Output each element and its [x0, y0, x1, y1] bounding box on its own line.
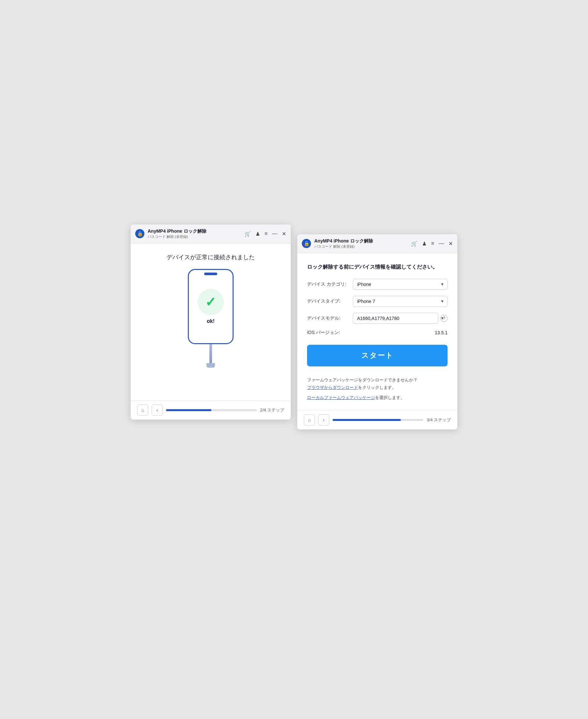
back-button-1[interactable]: ‹	[152, 405, 163, 416]
phone-illustration: ✓ ok!	[141, 269, 281, 368]
person-icon-2[interactable]: ♟	[422, 241, 427, 247]
lock-icon-1: 🔒	[135, 229, 144, 238]
home-button-1[interactable]: ⌂	[137, 405, 148, 416]
menu-icon-2[interactable]: ≡	[431, 241, 434, 246]
local-firmware-link[interactable]: ローカルファームウェアパッケージ	[307, 395, 375, 400]
close-icon-1[interactable]: ✕	[282, 231, 286, 237]
app-title-1: AnyMP4 iPhone ロック解除	[148, 228, 207, 234]
title-bar-right-1: 🛒 ♟ ≡ — ✕	[244, 231, 286, 237]
app-title-2: AnyMP4 iPhone ロック解除	[314, 238, 373, 244]
model-row: デバイスモデル: A1660,A1779,A1780 ▼ ?	[307, 313, 447, 324]
title-bar-left-1: 🔒 AnyMP4 iPhone ロック解除 パスコード 解除 (未登録)	[135, 228, 207, 239]
cable	[209, 344, 212, 364]
type-row: デバイスタイプ: iPhone 7 ▼	[307, 296, 447, 307]
window-2: 🔒 AnyMP4 iPhone ロック解除 パスコード 解除 (未登録) 🛒 ♟…	[297, 234, 457, 429]
type-select[interactable]: iPhone 7	[353, 296, 447, 307]
home-button-2[interactable]: ⌂	[304, 414, 315, 426]
progress-bar-2	[333, 419, 423, 421]
step-text-1: 2/4 ステップ	[260, 407, 284, 413]
phone-notch	[204, 272, 217, 275]
title-bar-2: 🔒 AnyMP4 iPhone ロック解除 パスコード 解除 (未登録) 🛒 ♟…	[297, 234, 457, 253]
menu-icon-1[interactable]: ≡	[265, 231, 268, 237]
window-content-2: ロック解除する前にデバイス情報を確認してください。 デバイス カテゴリ: iPh…	[297, 253, 457, 410]
type-label: デバイスタイプ:	[307, 299, 350, 304]
cable-bottom	[207, 363, 215, 368]
category-label: デバイス カテゴリ:	[307, 281, 350, 287]
cart-icon-2[interactable]: 🛒	[411, 241, 418, 247]
lock-icon-2: 🔒	[302, 239, 311, 248]
help-icon[interactable]: ?	[440, 315, 447, 322]
browser-download-link[interactable]: ブラウザからダウンロード	[307, 385, 358, 390]
category-select-wrapper: iPhone ▼	[353, 279, 447, 290]
step-text-2: 3/4 ステップ	[427, 417, 451, 423]
window-content-1: デバイスが正常に接続されました ✓ ok!	[131, 244, 291, 400]
window-footer-2: ⌂ ‹ 3/4 ステップ	[297, 410, 457, 429]
model-select-wrapper: A1660,A1779,A1780 ▼ ?	[353, 313, 447, 324]
model-select[interactable]: A1660,A1779,A1780	[353, 313, 438, 324]
download-text-1: ファームウェアパッケージをダウンロードできませんか？ ブラウザからダウンロードを…	[307, 376, 447, 392]
close-icon-2[interactable]: ✕	[448, 241, 453, 247]
window-1: 🔒 AnyMP4 iPhone ロック解除 パスコード 解除 (未登録) 🛒 ♟…	[131, 225, 291, 419]
app-subtitle-2: パスコード 解除 (未登録)	[314, 244, 373, 249]
right-main-title: ロック解除する前にデバイス情報を確認してください。	[307, 263, 447, 271]
ok-text: ok!	[207, 318, 215, 324]
cart-icon-1[interactable]: 🛒	[244, 231, 251, 237]
connected-title: デバイスが正常に接続されました	[141, 253, 281, 261]
check-circle: ✓	[197, 289, 224, 315]
person-icon-1[interactable]: ♟	[255, 231, 260, 237]
progress-fill-2	[333, 419, 401, 421]
download-section: ファームウェアパッケージをダウンロードできませんか？ ブラウザからダウンロードを…	[307, 376, 447, 402]
windows-container: 🔒 AnyMP4 iPhone ロック解除 パスコード 解除 (未登録) 🛒 ♟…	[131, 225, 457, 429]
ios-row: iOS バージョン: 13.5.1	[307, 330, 447, 336]
model-label: デバイスモデル:	[307, 315, 350, 321]
title-text-1: AnyMP4 iPhone ロック解除 パスコード 解除 (未登録)	[148, 228, 207, 239]
ios-label: iOS バージョン:	[307, 330, 350, 336]
progress-bar-1	[166, 409, 257, 411]
title-bar-1: 🔒 AnyMP4 iPhone ロック解除 パスコード 解除 (未登録) 🛒 ♟…	[131, 225, 291, 244]
window-footer-1: ⌂ ‹ 2/4 ステップ	[131, 400, 291, 419]
minimize-icon-1[interactable]: —	[272, 231, 277, 237]
title-text-2: AnyMP4 iPhone ロック解除 パスコード 解除 (未登録)	[314, 238, 373, 249]
phone-body: ✓ ok!	[188, 269, 234, 344]
category-select[interactable]: iPhone	[353, 279, 447, 290]
progress-fill-1	[166, 409, 211, 411]
app-subtitle-1: パスコード 解除 (未登録)	[148, 234, 207, 239]
ios-value: 13.5.1	[435, 330, 447, 335]
back-button-2[interactable]: ‹	[318, 414, 329, 426]
minimize-icon-2[interactable]: —	[439, 241, 444, 246]
start-button[interactable]: スタート	[307, 345, 447, 366]
type-select-wrapper: iPhone 7 ▼	[353, 296, 447, 307]
title-bar-left-2: 🔒 AnyMP4 iPhone ロック解除 パスコード 解除 (未登録)	[302, 238, 373, 249]
check-mark: ✓	[205, 295, 216, 309]
category-row: デバイス カテゴリ: iPhone ▼	[307, 279, 447, 290]
local-text: ローカルファームウェアパッケージを選択します。	[307, 394, 447, 401]
title-bar-right-2: 🛒 ♟ ≡ — ✕	[411, 241, 453, 247]
